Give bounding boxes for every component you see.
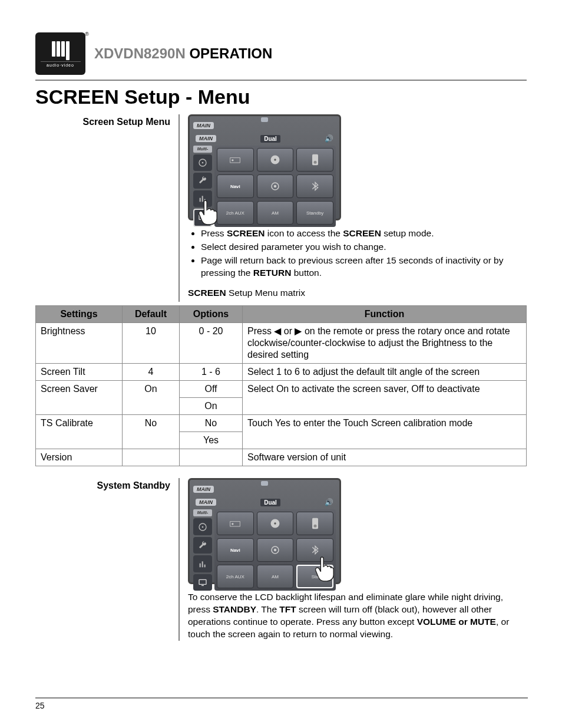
cell-option: 1 - 6 (180, 364, 243, 381)
section-label: Screen Setup Menu (35, 114, 180, 302)
device-screenshot-2: MAIN MAIN Dual 🔊 Multi-ZONE (188, 478, 341, 584)
hand-pointer-icon (313, 554, 336, 582)
brand-logo: ® audio·video (35, 32, 85, 75)
instruction-3: Page will return back to previous screen… (201, 255, 527, 279)
cell-am: AM (257, 565, 294, 588)
cell-setting: TS Calibrate (36, 415, 123, 449)
device-brand: Dual (260, 499, 280, 506)
th-settings: Settings (36, 305, 123, 322)
matrix-subheading: SCREEN Setup Menu matrix (188, 288, 527, 298)
cell-am: AM (257, 201, 294, 225)
svg-point-14 (274, 185, 277, 188)
cell-ipod (296, 512, 333, 535)
svg-point-8 (232, 159, 233, 161)
device-screenshot: MAIN MAIN Dual 🔊 Multi-ZONE (188, 114, 341, 220)
table-row: Screen Saver On Off Select On to activat… (36, 381, 527, 398)
tab-main-2: MAIN (196, 499, 216, 506)
svg-rect-18 (202, 561, 203, 567)
cell-default: On (123, 381, 180, 415)
cell-setting: Screen Tilt (36, 364, 123, 381)
cell-default: No (123, 415, 180, 449)
cell-navi: Navi (217, 538, 254, 562)
target-icon (270, 181, 280, 192)
tab-main-1: MAIN (193, 122, 214, 129)
logo-bars-icon (52, 41, 70, 60)
bluetooth-icon (310, 180, 320, 192)
cell-option: Off (180, 381, 243, 398)
cell-function: Select On to activate the screen saver, … (243, 381, 527, 415)
tab-main-1: MAIN (193, 486, 214, 493)
wrench-icon (198, 176, 207, 185)
ipod-icon (311, 518, 319, 529)
speaker-icon: 🔊 (325, 134, 333, 143)
cell-target (257, 538, 294, 562)
equalizer-icon (198, 559, 207, 569)
cell-default: 10 (123, 322, 180, 364)
speaker-icon: 🔊 (325, 498, 333, 506)
table-row: TS Calibrate No No Touch Yes to enter th… (36, 415, 527, 432)
table-row: Brightness 10 0 - 20 Press ◀ or ▶ on the… (36, 322, 527, 364)
cell-aux: 2ch AUX (217, 201, 254, 225)
page-title: SCREEN Setup - Menu (35, 85, 527, 108)
side-button-3 (193, 555, 212, 572)
instruction-1: Press SCREEN icon to access the SCREEN s… (201, 228, 527, 240)
menu-grid: Navi 2ch AUX AM Standby (214, 146, 336, 227)
target-icon (270, 545, 280, 555)
cell-disc (257, 148, 294, 172)
cell-disc (257, 512, 294, 535)
section-screen-setup: Screen Setup Menu MAIN MAIN Dual 🔊 Multi… (35, 114, 527, 302)
cell-function: Touch Yes to enter the Touch Screen cali… (243, 415, 527, 449)
left-arrow-icon: ◀ (274, 325, 281, 337)
ipod-icon (311, 154, 319, 166)
section-system-standby: System Standby MAIN MAIN Dual 🔊 Multi-ZO… (35, 478, 527, 641)
disc-icon (198, 158, 207, 167)
tab-main-2: MAIN (196, 135, 216, 142)
model-number: XDVDN8290N (94, 45, 186, 61)
cell-setting: Version (36, 449, 123, 466)
svg-point-1 (202, 162, 204, 163)
cell-function: Select 1 to 6 to adjust the default tilt… (243, 364, 527, 381)
screen-icon (198, 578, 207, 587)
cell-option: Yes (180, 432, 243, 449)
top-indicator-icon (261, 117, 268, 122)
svg-point-16 (202, 526, 204, 528)
instruction-list: Press SCREEN icon to access the SCREEN s… (188, 228, 527, 279)
cell-target (257, 174, 294, 198)
cd-icon (269, 518, 281, 529)
section-content: MAIN MAIN Dual 🔊 Multi-ZONE (180, 114, 527, 302)
svg-point-12 (313, 161, 316, 164)
side-button-2 (193, 537, 212, 554)
cell-aux: 2ch AUX (217, 565, 254, 588)
svg-rect-17 (200, 563, 201, 567)
table-header-row: Settings Default Options Function (36, 305, 527, 322)
logo-subtext: audio·video (41, 61, 81, 67)
header-row: ® audio·video XDVDN8290N OPERATION (35, 32, 527, 75)
hand-pointer-icon (197, 197, 219, 226)
page: ® audio·video XDVDN8290N OPERATION SCREE… (0, 0, 562, 728)
cell-bluetooth (296, 174, 333, 198)
section-label: System Standby (35, 478, 180, 641)
header-title: XDVDN8290N OPERATION (94, 45, 272, 62)
cell-radio (217, 148, 254, 172)
side-button-2 (193, 173, 212, 189)
cell-option: 0 - 20 (180, 322, 243, 364)
cell-default (123, 449, 180, 466)
cell-option (180, 449, 243, 466)
th-options: Options (180, 305, 243, 322)
cell-function: Press ◀ or ▶ on the remote or press the … (243, 322, 527, 364)
cell-function: Software version of unit (243, 449, 527, 466)
top-indicator-icon (261, 481, 268, 486)
svg-point-29 (274, 549, 277, 552)
cell-default: 4 (123, 364, 180, 381)
right-arrow-icon: ▶ (295, 325, 302, 337)
instruction-2: Select desired parameter you wish to cha… (201, 241, 527, 253)
standby-description: To conserve the LCD backlight lifespan a… (188, 591, 527, 641)
cell-navi: Navi (217, 174, 254, 198)
th-default: Default (123, 305, 180, 322)
svg-point-10 (274, 159, 276, 160)
svg-point-27 (313, 525, 316, 528)
radio-icon (229, 156, 241, 164)
cell-setting: Brightness (36, 322, 123, 364)
svg-rect-22 (230, 522, 240, 526)
svg-point-25 (274, 523, 276, 525)
